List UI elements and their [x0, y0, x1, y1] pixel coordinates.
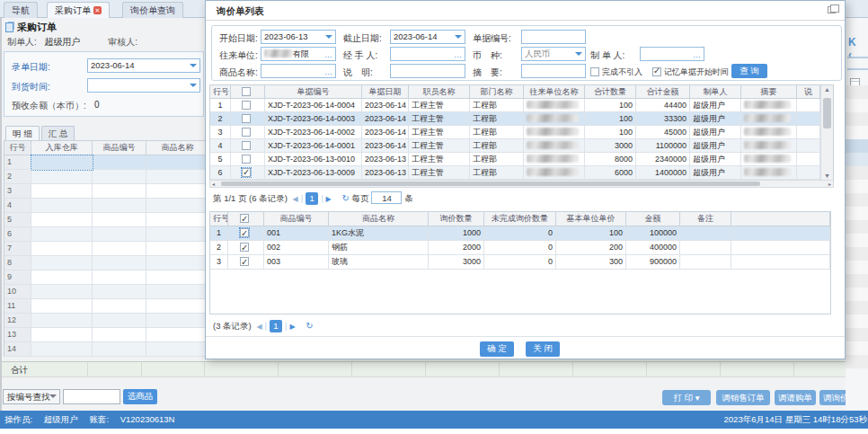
vertical-scrollbar[interactable]: ▲▼ — [820, 85, 833, 180]
handler-input[interactable]: … — [390, 47, 465, 61]
table-row[interactable]: 2 — [4, 170, 205, 184]
prev-page-icon[interactable]: ◀ — [293, 195, 298, 203]
table-row[interactable]: 4 — [4, 199, 205, 213]
table-row[interactable]: 2XJD-T-2023-06-14-00032023-06-14工程主管工程部1… — [210, 112, 820, 126]
start-date-input[interactable]: 2023-06-13 — [261, 30, 336, 44]
chevron-down-icon[interactable] — [190, 84, 197, 91]
row-select[interactable] — [231, 99, 265, 112]
footer-button-1[interactable]: 调销售订单 — [716, 390, 770, 405]
table-row[interactable]: 7 — [4, 242, 205, 256]
chevron-down-icon[interactable] — [575, 52, 582, 59]
table-row[interactable]: 12 — [4, 314, 205, 328]
chevron-down-icon[interactable] — [190, 64, 197, 71]
chevron-down-icon[interactable] — [455, 35, 462, 42]
table-row[interactable]: 10 — [4, 285, 205, 299]
checkbox-icon[interactable] — [240, 214, 249, 223]
currency-select[interactable]: 人民币 — [521, 47, 586, 61]
row-select[interactable] — [231, 166, 265, 180]
checkbox-icon[interactable] — [242, 155, 251, 164]
footer-button-0[interactable]: 打 印 ▾ — [662, 390, 711, 405]
table-row[interactable]: 2002钢筋20000200400000 — [210, 241, 830, 255]
select-product-button[interactable]: 选商品 — [123, 389, 157, 404]
record-date-input[interactable]: 2023-06-14 — [87, 58, 200, 73]
checkbox-remember[interactable]: 记忆单据开始时间 — [652, 66, 729, 78]
maximize-icon[interactable] — [828, 6, 836, 13]
row-select[interactable] — [231, 112, 265, 126]
table-row[interactable]: 3XJD-T-2023-06-14-00022023-06-14工程主管工程部1… — [210, 126, 820, 139]
per-page-input[interactable]: 14 — [371, 191, 402, 204]
redacted-text — [744, 101, 791, 109]
end-date-input[interactable]: 2023-06-14 — [390, 30, 465, 44]
chevron-down-icon[interactable] — [325, 35, 332, 42]
next-page-icon[interactable]: ▶ — [326, 195, 332, 203]
tab-navigation[interactable]: 导航 — [4, 2, 38, 18]
query-button[interactable]: 查 询 — [731, 64, 767, 78]
ok-button[interactable]: 确 定 — [480, 341, 514, 357]
amount-cell: 400000 — [626, 241, 680, 255]
table-row[interactable]: 10011KG水泥10000100100000 — [210, 226, 830, 241]
refresh-icon[interactable]: ↻ — [341, 193, 349, 203]
product-name-input[interactable]: … — [261, 64, 336, 78]
chevron-down-icon[interactable] — [49, 394, 57, 402]
checkbox-icon[interactable] — [242, 141, 251, 150]
table-row[interactable]: 6XJD-T-2023-06-13-00092023-06-13工程主管工程部6… — [210, 166, 820, 180]
checkbox-icon[interactable] — [240, 228, 249, 237]
checkbox-icon[interactable] — [240, 257, 249, 266]
checkbox-icon[interactable] — [240, 243, 249, 252]
tab-inquiry-query[interactable]: 询价单查询 — [122, 2, 183, 18]
row-select[interactable] — [231, 153, 265, 166]
arrival-time-input[interactable] — [87, 78, 200, 93]
table-row[interactable]: 4XJD-T-2023-06-14-00012023-06-14工程主管工程部3… — [210, 139, 820, 153]
tab-close-icon[interactable]: ✕ — [93, 6, 102, 14]
checkbox-icon[interactable] — [652, 67, 661, 76]
ellipsis-button[interactable]: … — [693, 49, 702, 61]
checkbox-icon[interactable] — [242, 101, 251, 110]
summary-input[interactable] — [521, 64, 586, 78]
close-button[interactable]: 关 闭 — [526, 341, 560, 357]
search-input[interactable] — [63, 389, 120, 404]
prev-page-icon[interactable]: ◀ — [256, 323, 261, 331]
table-row[interactable]: 3 — [4, 184, 205, 199]
row-select[interactable] — [231, 126, 265, 139]
table-row[interactable]: 5 — [4, 213, 205, 227]
row-select[interactable] — [228, 226, 264, 241]
table-row[interactable]: 3003玻璃30000300900000 — [210, 255, 830, 270]
checkbox-icon[interactable] — [242, 87, 251, 96]
table-row[interactable]: 8 — [4, 256, 205, 270]
tab-summary[interactable]: 汇 总 — [41, 126, 75, 140]
doc-no-input[interactable] — [521, 30, 586, 44]
dlg-maker-input[interactable]: … — [640, 47, 704, 61]
table-row[interactable]: 11 — [4, 299, 205, 314]
footer-button-2[interactable]: 调请购单 — [775, 390, 816, 405]
checkbox-exclude[interactable]: 完成不引入 — [590, 66, 642, 78]
row-select[interactable] — [231, 139, 265, 153]
table-row[interactable]: 13 — [4, 328, 205, 342]
checkbox-icon[interactable] — [590, 67, 599, 76]
current-page[interactable]: 1 — [270, 320, 282, 332]
checkbox-icon[interactable] — [242, 114, 251, 123]
table-row[interactable]: 9 — [4, 270, 205, 285]
next-page-icon[interactable]: ▶ — [289, 323, 295, 331]
row-select[interactable] — [228, 241, 264, 255]
scrollbar-thumb[interactable] — [823, 98, 831, 128]
scrollbar-thumb[interactable] — [221, 182, 760, 186]
ellipsis-button[interactable]: … — [324, 66, 333, 78]
checkbox-icon[interactable] — [242, 168, 251, 177]
ellipsis-button[interactable]: … — [454, 49, 463, 61]
table-row[interactable]: 6 — [4, 227, 205, 242]
tab-purchase-order[interactable]: 采购订单✕ — [47, 2, 110, 18]
table-row[interactable]: 14 — [4, 342, 205, 357]
partner-input[interactable]: 有限… — [261, 47, 336, 61]
row-select[interactable] — [228, 255, 264, 270]
ellipsis-button[interactable]: … — [324, 49, 333, 61]
table-row[interactable]: 1XJD-T-2023-06-14-00042023-06-14工程主管工程部1… — [210, 99, 820, 112]
search-mode-select[interactable]: 按编号查找 — [3, 389, 60, 404]
current-page[interactable]: 1 — [306, 192, 318, 205]
tab-detail[interactable]: 明 细 — [5, 126, 40, 140]
horizontal-scrollbar[interactable]: ◂▸ — [209, 180, 834, 188]
checkbox-icon[interactable] — [242, 128, 251, 137]
refresh-icon[interactable]: ↻ — [306, 321, 313, 331]
table-row[interactable]: 1 — [4, 155, 205, 170]
note-input[interactable] — [390, 64, 465, 78]
table-row[interactable]: 5XJD-T-2023-06-13-00102023-06-13工程主管工程部8… — [210, 153, 820, 166]
